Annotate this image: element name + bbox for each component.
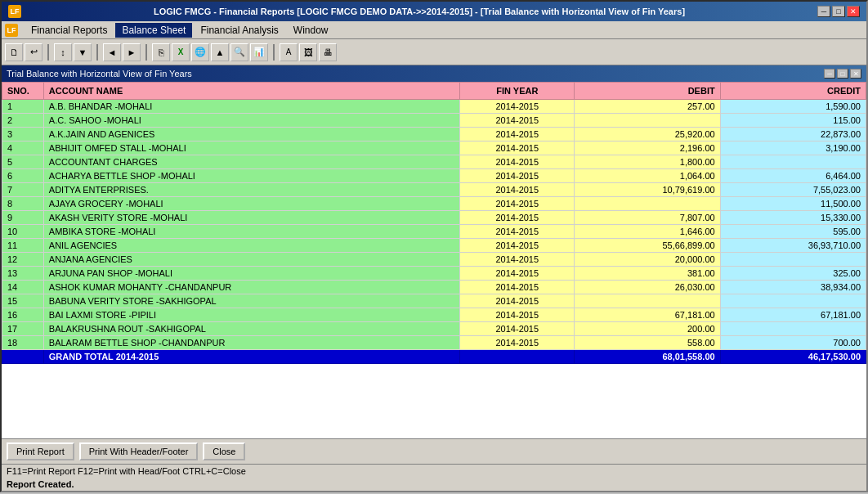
- close-button[interactable]: ✕: [847, 6, 860, 17]
- toolbar-chart-btn[interactable]: 📊: [250, 43, 268, 61]
- cell-account: ABHIJIT OMFED STALL -MOHALI: [43, 141, 459, 155]
- table-row: 12 ANJANA AGENCIES 2014-2015 20,000.00: [2, 253, 866, 267]
- table-row: 17 BALAKRUSHNA ROUT -SAKHIGOPAL 2014-201…: [2, 322, 866, 336]
- cell-account: A.C. SAHOO -MOHALI: [43, 114, 459, 128]
- cell-debit: 10,79,619.00: [575, 183, 720, 197]
- cell-credit: 38,934.00: [720, 281, 866, 294]
- cell-debit: 2,196.00: [575, 141, 720, 155]
- table-row: 9 AKASH VERITY STORE -MOHALI 2014-2015 7…: [2, 211, 866, 225]
- status-bar-shortcuts: F11=Print Report F12=Print with Head/Foo…: [2, 464, 866, 478]
- maximize-button[interactable]: □: [832, 6, 845, 17]
- grand-total-sno: [2, 350, 44, 364]
- cell-debit: 200.00: [575, 322, 720, 336]
- inner-title-bar: Trial Balance with Horizontal View of Fi…: [2, 65, 866, 82]
- main-window: LF LOGIC FMCG - Financial Reports [LOGIC…: [0, 0, 868, 492]
- toolbar: 🗋 ↩ ↕ ▼ ◄ ► ⎘ X 🌐 ▲ 🔍 📊 A 🖼 🖶: [2, 39, 866, 65]
- cell-finyear: 2014-2015: [460, 294, 575, 308]
- table-row: 5 ACCOUNTANT CHARGES 2014-2015 1,800.00: [2, 155, 866, 169]
- cell-credit: [720, 322, 866, 336]
- toolbar-sep-3: [145, 44, 147, 61]
- toolbar-group-3: ◄ ►: [103, 43, 141, 61]
- cell-sno: 17: [2, 322, 44, 336]
- cell-account: BABUNA VERITY STORE -SAKHIGOPAL: [43, 294, 459, 308]
- cell-credit: 325.00: [720, 267, 866, 281]
- cell-sno: 2: [2, 114, 44, 128]
- cell-debit: 1,064.00: [575, 169, 720, 183]
- inner-restore-btn[interactable]: □: [837, 69, 848, 79]
- toolbar-text-btn[interactable]: A: [280, 43, 298, 61]
- cell-finyear: 2014-2015: [460, 197, 575, 211]
- cell-account: BALAKRUSHNA ROUT -SAKHIGOPAL: [43, 322, 459, 336]
- inner-title-controls[interactable]: ─ □ ✕: [824, 69, 861, 79]
- toolbar-nav-right-btn[interactable]: ►: [123, 43, 141, 61]
- toolbar-nav-left-btn[interactable]: ◄: [103, 43, 121, 61]
- grand-total-row: GRAND TOTAL 2014-2015 68,01,558.00 46,17…: [2, 350, 866, 364]
- toolbar-sort-btn[interactable]: ↕: [54, 43, 72, 61]
- cell-finyear: 2014-2015: [460, 253, 575, 267]
- header-debit: DEBIT: [575, 83, 720, 100]
- cell-finyear: 2014-2015: [460, 308, 575, 322]
- cell-sno: 15: [2, 294, 44, 308]
- cell-debit: 381.00: [575, 267, 720, 281]
- cell-account: ARJUNA PAN SHOP -MOHALI: [43, 267, 459, 281]
- cell-debit: 257.00: [575, 100, 720, 114]
- table-area[interactable]: SNO. ACCOUNT NAME FIN YEAR DEBIT CREDIT …: [2, 82, 866, 438]
- cell-sno: 8: [2, 197, 44, 211]
- grand-total-label: GRAND TOTAL 2014-2015: [43, 350, 459, 364]
- cell-finyear: 2014-2015: [460, 211, 575, 225]
- table-row: 10 AMBIKA STORE -MOHALI 2014-2015 1,646.…: [2, 225, 866, 239]
- menu-balance-sheet[interactable]: Balance Sheet: [115, 23, 192, 38]
- cell-finyear: 2014-2015: [460, 169, 575, 183]
- close-report-button[interactable]: Close: [203, 442, 245, 460]
- table-row: 1 A.B. BHANDAR -MOHALI 2014-2015 257.00 …: [2, 100, 866, 114]
- inner-close-btn[interactable]: ✕: [850, 69, 861, 79]
- toolbar-undo-btn[interactable]: ↩: [25, 43, 43, 61]
- table-row: 13 ARJUNA PAN SHOP -MOHALI 2014-2015 381…: [2, 267, 866, 281]
- grand-total-debit: 68,01,558.00: [575, 350, 720, 364]
- print-header-button[interactable]: Print With Header/Footer: [79, 442, 199, 460]
- cell-debit: 1,800.00: [575, 155, 720, 169]
- cell-credit: 7,55,023.00: [720, 183, 866, 197]
- toolbar-group-1: 🗋 ↩: [5, 43, 43, 61]
- table-row: 4 ABHIJIT OMFED STALL -MOHALI 2014-2015 …: [2, 141, 866, 155]
- toolbar-new-btn[interactable]: 🗋: [5, 43, 23, 61]
- cell-account: AJAYA GROCERY -MOHALI: [43, 197, 459, 211]
- cell-credit: 595.00: [720, 225, 866, 239]
- cell-finyear: 2014-2015: [460, 100, 575, 114]
- header-sno: SNO.: [2, 83, 44, 100]
- table-row: 7 ADITYA ENTERPRISES. 2014-2015 10,79,61…: [2, 183, 866, 197]
- cell-account: BAI LAXMI STORE -PIPILI: [43, 308, 459, 322]
- header-account: ACCOUNT NAME: [43, 83, 459, 100]
- cell-account: A.B. BHANDAR -MOHALI: [43, 100, 459, 114]
- cell-credit: 15,330.00: [720, 211, 866, 225]
- cell-account: A.K.JAIN AND AGENICES: [43, 128, 459, 141]
- toolbar-find-btn[interactable]: 🔍: [230, 43, 248, 61]
- toolbar-sort-down-btn[interactable]: ▼: [74, 43, 92, 61]
- cell-account: ADITYA ENTERPRISES.: [43, 183, 459, 197]
- toolbar-sep-1: [47, 44, 49, 61]
- cell-sno: 6: [2, 169, 44, 183]
- grand-total-finyear: [460, 350, 575, 364]
- cell-credit: 3,190.00: [720, 141, 866, 155]
- print-report-button[interactable]: Print Report: [7, 442, 74, 460]
- menu-financial-reports[interactable]: Financial Reports: [25, 23, 114, 38]
- minimize-button[interactable]: ─: [817, 6, 830, 17]
- menu-window[interactable]: Window: [287, 23, 335, 38]
- cell-account: AKASH VERITY STORE -MOHALI: [43, 211, 459, 225]
- cell-sno: 18: [2, 336, 44, 350]
- cell-credit: [720, 253, 866, 267]
- toolbar-web-btn[interactable]: 🌐: [191, 43, 209, 61]
- cell-finyear: 2014-2015: [460, 225, 575, 239]
- inner-minimize-btn[interactable]: ─: [824, 69, 835, 79]
- bottom-buttons: Print Report Print With Header/Footer Cl…: [2, 438, 866, 464]
- menu-financial-analysis[interactable]: Financial Analysis: [194, 23, 284, 38]
- title-controls[interactable]: ─ □ ✕: [817, 6, 860, 17]
- toolbar-excel-btn[interactable]: X: [172, 43, 190, 61]
- toolbar-image-btn[interactable]: 🖼: [299, 43, 317, 61]
- cell-finyear: 2014-2015: [460, 267, 575, 281]
- menu-bar: LF Financial Reports Balance Sheet Finan…: [2, 21, 866, 39]
- cell-debit: 26,030.00: [575, 281, 720, 294]
- toolbar-copy-btn[interactable]: ⎘: [152, 43, 170, 61]
- toolbar-up-btn[interactable]: ▲: [211, 43, 229, 61]
- toolbar-print-btn[interactable]: 🖶: [319, 43, 337, 61]
